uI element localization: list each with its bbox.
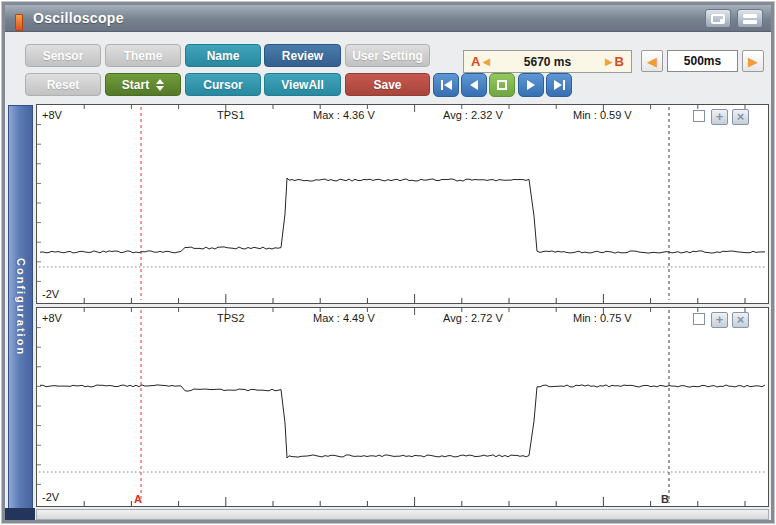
step-back-button[interactable] [461, 73, 487, 97]
configuration-tab[interactable]: Configuration [8, 105, 33, 509]
right-arrow-icon: ▶ [748, 54, 758, 69]
cursor-b-label: B [615, 54, 624, 69]
user-setting-button[interactable]: User Setting [345, 44, 430, 67]
sensor-button[interactable]: Sensor [25, 44, 101, 67]
review-button[interactable]: Review [264, 44, 341, 67]
window-mode-icon[interactable] [705, 9, 731, 28]
waveform-trace [40, 385, 765, 458]
ch1-max: Max : 4.36 V [313, 109, 375, 121]
channel-2-panel: +8V TPS2 Max : 4.49 V Avg : 2.72 V Min :… [36, 307, 769, 507]
a-left-arrow-icon[interactable]: ◀ [482, 56, 490, 67]
skip-end-button[interactable] [546, 73, 572, 97]
ch1-name: TPS1 [217, 109, 245, 121]
oscilloscope-app: Oscilloscope Sensor Theme Name Review Us… [0, 0, 776, 525]
ch2-min: Min : 0.75 V [573, 312, 632, 324]
cursor-a-marker[interactable]: A [134, 493, 142, 505]
horizontal-scrollbar[interactable] [36, 509, 769, 520]
interval-increase-button[interactable]: ▶ [742, 50, 764, 72]
ch1-bottom-scale: -2V [42, 288, 59, 300]
stop-button[interactable] [489, 73, 515, 97]
tile-glyph [743, 14, 757, 24]
configuration-tab-label: Configuration [15, 258, 27, 356]
ch1-select-checkbox[interactable] [693, 110, 705, 122]
window-glyph [711, 14, 725, 24]
cursor-b-marker[interactable]: B [661, 493, 669, 505]
ch2-select-checkbox[interactable] [693, 313, 705, 325]
view-all-button[interactable]: ViewAll [264, 73, 341, 96]
ch1-close-button[interactable]: × [732, 109, 749, 125]
theme-button[interactable]: Theme [105, 44, 181, 67]
start-spinner-icon[interactable] [156, 79, 164, 91]
sidebar-cap [5, 508, 35, 520]
ch1-top-scale: +8V [42, 109, 62, 121]
app-icon [15, 14, 23, 31]
name-button[interactable]: Name [185, 44, 261, 67]
tile-layout-icon[interactable] [737, 9, 763, 28]
channel-2-plot [37, 308, 768, 506]
ch2-name: TPS2 [217, 312, 245, 324]
title-bar: Oscilloscope [5, 5, 771, 32]
start-button-label: Start [122, 78, 149, 92]
save-button[interactable]: Save [345, 73, 430, 96]
ab-time-readout: A ◀ 5670 ms ▶ B [463, 50, 632, 73]
ch2-max: Max : 4.49 V [313, 312, 375, 324]
channel-1-plot [37, 105, 768, 303]
play-button[interactable] [518, 73, 544, 97]
ch1-zoom-button[interactable]: + [711, 109, 728, 125]
ch2-top-scale: +8V [42, 312, 62, 324]
left-arrow-icon: ◀ [647, 54, 657, 69]
b-right-arrow-icon[interactable]: ▶ [605, 56, 613, 67]
cursor-a-label: A [471, 54, 480, 69]
skip-start-button[interactable] [433, 73, 459, 97]
ch1-min: Min : 0.59 V [573, 109, 632, 121]
start-button[interactable]: Start [105, 73, 181, 96]
interval-decrease-button[interactable]: ◀ [641, 50, 663, 72]
window-title: Oscilloscope [33, 5, 124, 32]
cursor-button[interactable]: Cursor [185, 73, 261, 96]
ch2-zoom-button[interactable]: + [711, 312, 728, 328]
interval-input[interactable] [667, 50, 738, 72]
reset-button[interactable]: Reset [25, 73, 101, 96]
waveform-trace [40, 178, 765, 253]
window-glyph-dot [720, 19, 723, 22]
ab-time-value: 5670 ms [524, 55, 571, 69]
channel-1-panel: +8V TPS1 Max : 4.36 V Avg : 2.32 V Min :… [36, 104, 769, 304]
ch2-avg: Avg : 2.72 V [443, 312, 503, 324]
ch2-bottom-scale: -2V [42, 491, 59, 503]
ch1-avg: Avg : 2.32 V [443, 109, 503, 121]
ch2-close-button[interactable]: × [732, 312, 749, 328]
